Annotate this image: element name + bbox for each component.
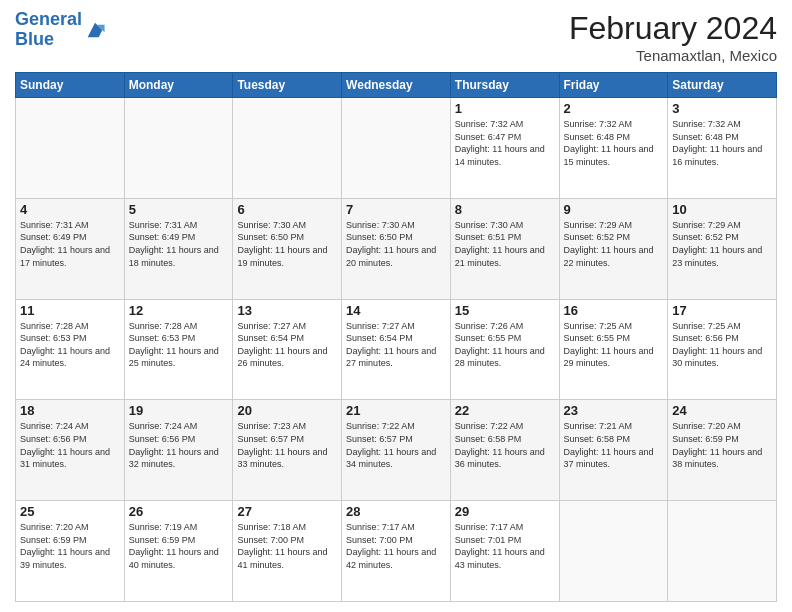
calendar-cell: 4Sunrise: 7:31 AM Sunset: 6:49 PM Daylig… — [16, 198, 125, 299]
calendar-header-wednesday: Wednesday — [342, 73, 451, 98]
calendar-cell — [16, 98, 125, 199]
day-info: Sunrise: 7:23 AM Sunset: 6:57 PM Dayligh… — [237, 420, 337, 470]
day-number: 25 — [20, 504, 120, 519]
day-number: 19 — [129, 403, 229, 418]
calendar-cell: 6Sunrise: 7:30 AM Sunset: 6:50 PM Daylig… — [233, 198, 342, 299]
logo-general: General — [15, 9, 82, 29]
header: General Blue February 2024 Tenamaxtlan, … — [15, 10, 777, 64]
day-number: 16 — [564, 303, 664, 318]
day-info: Sunrise: 7:20 AM Sunset: 6:59 PM Dayligh… — [20, 521, 120, 571]
calendar-header-sunday: Sunday — [16, 73, 125, 98]
day-info: Sunrise: 7:18 AM Sunset: 7:00 PM Dayligh… — [237, 521, 337, 571]
calendar-cell: 21Sunrise: 7:22 AM Sunset: 6:57 PM Dayli… — [342, 400, 451, 501]
calendar-cell: 24Sunrise: 7:20 AM Sunset: 6:59 PM Dayli… — [668, 400, 777, 501]
calendar-cell: 11Sunrise: 7:28 AM Sunset: 6:53 PM Dayli… — [16, 299, 125, 400]
day-info: Sunrise: 7:19 AM Sunset: 6:59 PM Dayligh… — [129, 521, 229, 571]
main-title: February 2024 — [569, 10, 777, 47]
logo: General Blue — [15, 10, 106, 50]
day-number: 4 — [20, 202, 120, 217]
day-number: 1 — [455, 101, 555, 116]
calendar-cell: 28Sunrise: 7:17 AM Sunset: 7:00 PM Dayli… — [342, 501, 451, 602]
day-info: Sunrise: 7:17 AM Sunset: 7:01 PM Dayligh… — [455, 521, 555, 571]
day-info: Sunrise: 7:29 AM Sunset: 6:52 PM Dayligh… — [672, 219, 772, 269]
day-number: 10 — [672, 202, 772, 217]
day-info: Sunrise: 7:25 AM Sunset: 6:56 PM Dayligh… — [672, 320, 772, 370]
title-block: February 2024 Tenamaxtlan, Mexico — [569, 10, 777, 64]
calendar-cell: 25Sunrise: 7:20 AM Sunset: 6:59 PM Dayli… — [16, 501, 125, 602]
calendar-cell: 23Sunrise: 7:21 AM Sunset: 6:58 PM Dayli… — [559, 400, 668, 501]
day-number: 5 — [129, 202, 229, 217]
day-info: Sunrise: 7:25 AM Sunset: 6:55 PM Dayligh… — [564, 320, 664, 370]
calendar-cell: 7Sunrise: 7:30 AM Sunset: 6:50 PM Daylig… — [342, 198, 451, 299]
day-number: 27 — [237, 504, 337, 519]
day-info: Sunrise: 7:30 AM Sunset: 6:50 PM Dayligh… — [237, 219, 337, 269]
calendar-cell: 8Sunrise: 7:30 AM Sunset: 6:51 PM Daylig… — [450, 198, 559, 299]
day-number: 15 — [455, 303, 555, 318]
calendar-week-1: 1Sunrise: 7:32 AM Sunset: 6:47 PM Daylig… — [16, 98, 777, 199]
calendar-header-saturday: Saturday — [668, 73, 777, 98]
day-info: Sunrise: 7:31 AM Sunset: 6:49 PM Dayligh… — [20, 219, 120, 269]
day-number: 21 — [346, 403, 446, 418]
day-info: Sunrise: 7:31 AM Sunset: 6:49 PM Dayligh… — [129, 219, 229, 269]
day-info: Sunrise: 7:28 AM Sunset: 6:53 PM Dayligh… — [20, 320, 120, 370]
calendar-header-tuesday: Tuesday — [233, 73, 342, 98]
calendar-header-monday: Monday — [124, 73, 233, 98]
day-info: Sunrise: 7:22 AM Sunset: 6:58 PM Dayligh… — [455, 420, 555, 470]
calendar-cell: 3Sunrise: 7:32 AM Sunset: 6:48 PM Daylig… — [668, 98, 777, 199]
day-number: 17 — [672, 303, 772, 318]
calendar-header-friday: Friday — [559, 73, 668, 98]
day-info: Sunrise: 7:27 AM Sunset: 6:54 PM Dayligh… — [237, 320, 337, 370]
calendar-cell: 5Sunrise: 7:31 AM Sunset: 6:49 PM Daylig… — [124, 198, 233, 299]
calendar-cell — [233, 98, 342, 199]
day-number: 29 — [455, 504, 555, 519]
day-info: Sunrise: 7:30 AM Sunset: 6:50 PM Dayligh… — [346, 219, 446, 269]
day-info: Sunrise: 7:32 AM Sunset: 6:47 PM Dayligh… — [455, 118, 555, 168]
calendar-cell: 15Sunrise: 7:26 AM Sunset: 6:55 PM Dayli… — [450, 299, 559, 400]
calendar-cell: 22Sunrise: 7:22 AM Sunset: 6:58 PM Dayli… — [450, 400, 559, 501]
calendar-cell: 17Sunrise: 7:25 AM Sunset: 6:56 PM Dayli… — [668, 299, 777, 400]
calendar-week-2: 4Sunrise: 7:31 AM Sunset: 6:49 PM Daylig… — [16, 198, 777, 299]
day-number: 2 — [564, 101, 664, 116]
calendar-cell: 29Sunrise: 7:17 AM Sunset: 7:01 PM Dayli… — [450, 501, 559, 602]
day-info: Sunrise: 7:22 AM Sunset: 6:57 PM Dayligh… — [346, 420, 446, 470]
logo-blue: Blue — [15, 29, 54, 49]
day-number: 11 — [20, 303, 120, 318]
day-number: 9 — [564, 202, 664, 217]
logo-icon — [84, 19, 106, 41]
day-info: Sunrise: 7:28 AM Sunset: 6:53 PM Dayligh… — [129, 320, 229, 370]
day-number: 20 — [237, 403, 337, 418]
calendar-cell — [668, 501, 777, 602]
calendar-cell: 13Sunrise: 7:27 AM Sunset: 6:54 PM Dayli… — [233, 299, 342, 400]
calendar-cell: 20Sunrise: 7:23 AM Sunset: 6:57 PM Dayli… — [233, 400, 342, 501]
calendar-cell: 26Sunrise: 7:19 AM Sunset: 6:59 PM Dayli… — [124, 501, 233, 602]
logo-text: General Blue — [15, 10, 82, 50]
day-number: 6 — [237, 202, 337, 217]
calendar-cell: 2Sunrise: 7:32 AM Sunset: 6:48 PM Daylig… — [559, 98, 668, 199]
day-info: Sunrise: 7:17 AM Sunset: 7:00 PM Dayligh… — [346, 521, 446, 571]
calendar-cell: 27Sunrise: 7:18 AM Sunset: 7:00 PM Dayli… — [233, 501, 342, 602]
day-info: Sunrise: 7:32 AM Sunset: 6:48 PM Dayligh… — [564, 118, 664, 168]
day-info: Sunrise: 7:30 AM Sunset: 6:51 PM Dayligh… — [455, 219, 555, 269]
day-info: Sunrise: 7:32 AM Sunset: 6:48 PM Dayligh… — [672, 118, 772, 168]
day-number: 18 — [20, 403, 120, 418]
calendar-cell: 16Sunrise: 7:25 AM Sunset: 6:55 PM Dayli… — [559, 299, 668, 400]
calendar-cell — [124, 98, 233, 199]
calendar-cell: 9Sunrise: 7:29 AM Sunset: 6:52 PM Daylig… — [559, 198, 668, 299]
calendar-table: SundayMondayTuesdayWednesdayThursdayFrid… — [15, 72, 777, 602]
day-number: 3 — [672, 101, 772, 116]
calendar-week-3: 11Sunrise: 7:28 AM Sunset: 6:53 PM Dayli… — [16, 299, 777, 400]
day-info: Sunrise: 7:21 AM Sunset: 6:58 PM Dayligh… — [564, 420, 664, 470]
page: General Blue February 2024 Tenamaxtlan, … — [0, 0, 792, 612]
day-number: 8 — [455, 202, 555, 217]
calendar-week-4: 18Sunrise: 7:24 AM Sunset: 6:56 PM Dayli… — [16, 400, 777, 501]
subtitle: Tenamaxtlan, Mexico — [569, 47, 777, 64]
day-info: Sunrise: 7:24 AM Sunset: 6:56 PM Dayligh… — [20, 420, 120, 470]
day-info: Sunrise: 7:20 AM Sunset: 6:59 PM Dayligh… — [672, 420, 772, 470]
day-number: 14 — [346, 303, 446, 318]
calendar-cell: 19Sunrise: 7:24 AM Sunset: 6:56 PM Dayli… — [124, 400, 233, 501]
calendar-cell: 12Sunrise: 7:28 AM Sunset: 6:53 PM Dayli… — [124, 299, 233, 400]
day-number: 23 — [564, 403, 664, 418]
day-number: 13 — [237, 303, 337, 318]
day-number: 12 — [129, 303, 229, 318]
calendar-header-row: SundayMondayTuesdayWednesdayThursdayFrid… — [16, 73, 777, 98]
